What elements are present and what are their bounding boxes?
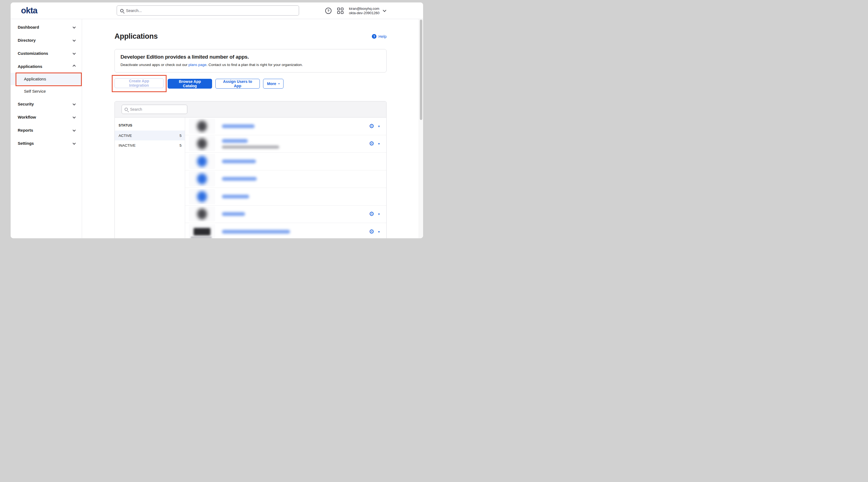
- sidebar-item-security[interactable]: Security: [11, 97, 82, 111]
- create-app-integration-button[interactable]: Create App Integration: [115, 78, 163, 88]
- filter-active[interactable]: ACTIVE 5: [115, 130, 185, 141]
- active-count: 5: [179, 133, 182, 138]
- browse-app-catalog-button[interactable]: Browse App Catalog: [168, 79, 212, 89]
- app-name-redacted-link[interactable]: [222, 139, 248, 143]
- gear-icon[interactable]: ⚙: [369, 229, 374, 235]
- applications-list-panel: STATUS ACTIVE 5 INACTIVE 5 ⚙▼⚙▼⚙▼⚙▼: [115, 101, 386, 238]
- app-subtitle-redacted: [222, 146, 279, 149]
- sidebar-item-applications[interactable]: Applications: [11, 60, 82, 73]
- app-name-redacted-link[interactable]: [222, 195, 249, 199]
- sidebar-item-dashboard[interactable]: Dashboard: [11, 21, 82, 33]
- caret-down-icon: ▾: [278, 82, 280, 85]
- chevron-down-icon: [72, 25, 75, 28]
- account-menu[interactable]: kiran@boxyhq.com okta-dev-20901260: [349, 6, 379, 15]
- sidebar-subitem-self-service[interactable]: Self Service: [11, 85, 82, 97]
- apps-search-input[interactable]: [130, 107, 184, 112]
- sidebar-item-settings[interactable]: Settings: [11, 137, 82, 150]
- global-search[interactable]: [117, 5, 299, 16]
- app-name-redacted-link[interactable]: [222, 124, 255, 128]
- chevron-down-icon: [72, 102, 75, 105]
- account-email: kiran@boxyhq.com: [349, 6, 379, 11]
- banner-title: Developer Edition provides a limited num…: [121, 54, 380, 60]
- sidebar-item-workflow[interactable]: Workflow: [11, 111, 82, 123]
- page-scrollbar[interactable]: [419, 19, 423, 238]
- app-rows: ⚙▼⚙▼⚙▼⚙▼: [185, 118, 386, 238]
- gear-icon[interactable]: ⚙: [369, 123, 374, 129]
- sidebar-item-reports[interactable]: Reports: [11, 123, 82, 137]
- okta-admin-window: okta ? kiran@boxyhq.com okta-dev-2090126…: [11, 2, 423, 238]
- chevron-down-icon: [72, 142, 75, 145]
- app-list-row: ⚙▼: [185, 135, 386, 153]
- app-name-redacted-link[interactable]: [222, 159, 256, 163]
- app-list-row: ⚙▼: [185, 118, 386, 135]
- apps-grid-icon[interactable]: [337, 8, 343, 14]
- more-button[interactable]: More ▾: [263, 79, 283, 89]
- chevron-down-icon: [72, 38, 75, 41]
- developer-edition-banner: Developer Edition provides a limited num…: [115, 49, 386, 72]
- app-list-row: [185, 153, 386, 171]
- sidebar-item-customizations[interactable]: Customizations: [11, 47, 82, 60]
- red-annotation-box-create-app: Create App Integration: [112, 75, 166, 92]
- sidebar-subitem-applications[interactable]: Applications: [11, 73, 82, 85]
- top-bar-right: ? kiran@boxyhq.com okta-dev-20901260: [325, 2, 386, 19]
- main-area: Applications ? Help Developer Edition pr…: [82, 19, 419, 238]
- app-name-redacted-link[interactable]: [222, 177, 257, 181]
- app-list-row: ⚙▼: [185, 206, 386, 223]
- app-logo-icon: [189, 136, 215, 151]
- app-logo-icon: [189, 206, 215, 222]
- sidebar: Dashboard Directory Customizations Appli…: [11, 19, 82, 238]
- actions-toolbar: Create App Integration Browse App Catalo…: [115, 75, 386, 92]
- app-list-row: ⚙▼: [185, 223, 386, 238]
- app-name-redacted-link[interactable]: [222, 230, 290, 234]
- sidebar-item-directory[interactable]: Directory: [11, 33, 82, 47]
- status-filter-header: STATUS: [115, 123, 185, 130]
- gear-icon[interactable]: ⚙: [369, 211, 374, 217]
- app-list-row: [185, 171, 386, 188]
- chevron-down-icon: [72, 128, 75, 131]
- apps-search[interactable]: [122, 105, 187, 114]
- row-caret-down-icon[interactable]: ▼: [378, 142, 380, 145]
- chevron-down-icon: [72, 115, 75, 118]
- plans-page-link[interactable]: plans page: [188, 63, 206, 67]
- row-caret-down-icon[interactable]: ▼: [378, 125, 380, 128]
- okta-logo[interactable]: okta: [21, 6, 37, 16]
- gear-icon[interactable]: ⚙: [369, 141, 374, 147]
- help-question-icon[interactable]: ?: [325, 8, 332, 14]
- global-search-input[interactable]: [126, 8, 296, 13]
- top-bar: okta ? kiran@boxyhq.com okta-dev-2090126…: [11, 2, 423, 19]
- page-title: Applications: [115, 32, 158, 41]
- account-chevron-down-icon[interactable]: [383, 8, 386, 12]
- app-list-row: [185, 188, 386, 206]
- help-link[interactable]: ? Help: [372, 34, 386, 39]
- status-filter: STATUS ACTIVE 5 INACTIVE 5: [115, 118, 185, 238]
- banner-body: Deactivate unused apps or check out our …: [121, 63, 380, 67]
- row-caret-down-icon[interactable]: ▼: [378, 230, 380, 233]
- app-logo-icon: [189, 189, 215, 204]
- list-toolbar: [115, 101, 386, 118]
- search-icon: [125, 108, 128, 111]
- scrollbar-thumb[interactable]: [420, 20, 422, 120]
- app-logo-icon: [189, 154, 215, 169]
- chevron-up-icon: [72, 65, 75, 68]
- account-org: okta-dev-20901260: [349, 11, 379, 15]
- chevron-down-icon: [72, 52, 75, 55]
- app-logo-icon: [189, 224, 215, 238]
- app-name-redacted-link[interactable]: [222, 212, 245, 216]
- help-badge-icon: ?: [372, 34, 376, 39]
- search-icon: [120, 9, 123, 12]
- app-logo-icon: [189, 171, 215, 186]
- filter-inactive[interactable]: INACTIVE 5: [115, 141, 185, 150]
- row-caret-down-icon[interactable]: ▼: [378, 213, 380, 216]
- assign-users-to-app-button[interactable]: Assign Users to App: [215, 79, 260, 89]
- inactive-count: 5: [179, 143, 182, 148]
- app-logo-icon: [189, 119, 215, 134]
